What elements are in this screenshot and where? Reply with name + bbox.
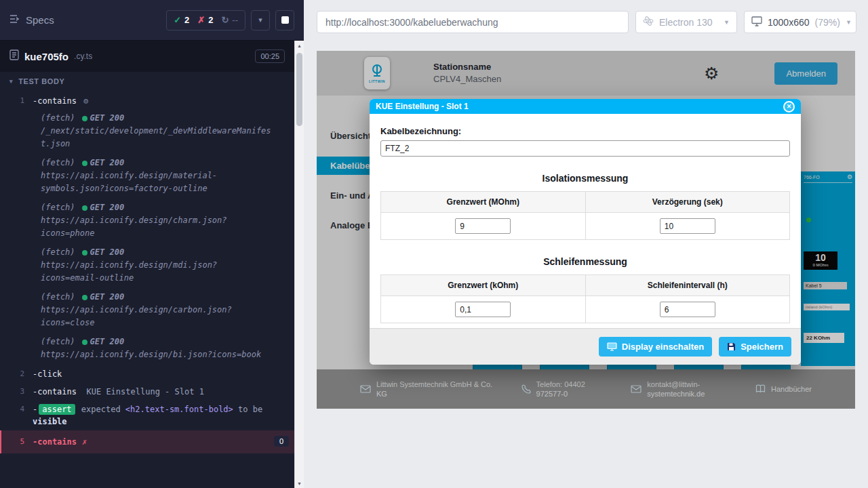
network-log-entry[interactable]: (fetch)GET 200 https://api.iconify.desig… bbox=[0, 244, 294, 289]
fetch-label: (fetch) bbox=[41, 201, 75, 214]
table-cell bbox=[585, 296, 790, 323]
isolation-section-title: Isolationsmessung bbox=[380, 173, 790, 184]
chevron-down-icon: ▾ bbox=[258, 16, 262, 24]
scroll-down-arrow[interactable]: ▼ bbox=[295, 479, 304, 488]
gear-icon: ⚙ bbox=[83, 96, 88, 106]
browser-label: Electron 130 bbox=[659, 17, 713, 28]
network-log-entry[interactable]: (fetch)GET 200 https://api.iconify.desig… bbox=[0, 333, 294, 365]
specs-toggle[interactable]: Specs bbox=[9, 14, 54, 26]
table-cell bbox=[381, 296, 586, 323]
scrollbar[interactable]: ▲ ▼ bbox=[294, 41, 304, 488]
spec-header[interactable]: kue705fo .cy.ts 00:25 bbox=[0, 41, 294, 72]
command-number: 4 bbox=[0, 403, 33, 415]
status-dot-icon bbox=[82, 116, 87, 121]
fetch-label: (fetch) bbox=[41, 336, 75, 348]
status-dot-icon bbox=[82, 250, 87, 256]
command-message: KUE Einstellung - Slot 1 bbox=[86, 387, 203, 396]
spec-name: kue705fo bbox=[24, 51, 68, 62]
browser-selector[interactable]: Electron 130 ▼ bbox=[635, 11, 737, 33]
check-icon: ✓ bbox=[174, 15, 181, 25]
modal-body: Kabelbezeichnung: Isolationsmessung Gren… bbox=[370, 114, 801, 328]
fetch-status: GET 200 bbox=[90, 291, 125, 304]
fetch-status: GET 200 bbox=[90, 157, 125, 169]
command-number: 1 bbox=[0, 95, 33, 107]
loop-grenzwert-input[interactable] bbox=[455, 302, 511, 317]
fetch-status: GET 200 bbox=[90, 112, 125, 125]
command-name: -contains bbox=[33, 96, 77, 106]
command-number: 2 bbox=[0, 368, 33, 380]
scroll-up-arrow[interactable]: ▲ bbox=[295, 41, 304, 50]
reporter: kue705fo .cy.ts 00:25 ▾ TEST BODY 1 -con… bbox=[0, 41, 294, 488]
isolation-table: Grenzwert (MOhm) Verzögerung (sek) bbox=[380, 191, 790, 240]
assert-badge: assert bbox=[39, 404, 75, 415]
runner-topbar: Specs ✓2 ✗2 ↻-- ▾ bbox=[0, 0, 304, 41]
url-input[interactable] bbox=[317, 11, 629, 33]
chevron-down-icon: ▼ bbox=[846, 19, 852, 26]
stat-pending: ↻-- bbox=[221, 15, 238, 25]
modal-titlebar: KUE Einstellung - Slot 1 ✕ bbox=[370, 99, 801, 114]
collapse-button[interactable]: ▾ bbox=[251, 10, 270, 30]
command-row[interactable]: 1 -contains⚙ bbox=[0, 92, 294, 110]
cable-name-input[interactable] bbox=[380, 140, 790, 157]
isolation-verzoegerung-input[interactable] bbox=[660, 218, 715, 234]
status-dot-icon bbox=[82, 205, 87, 211]
fetch-url: https://api.iconify.design/material-symb… bbox=[41, 169, 275, 195]
scrollbar-track[interactable] bbox=[295, 50, 304, 479]
stop-button[interactable] bbox=[275, 10, 294, 30]
fail-x-icon: ✗ bbox=[82, 437, 87, 447]
modal-title: KUE Einstellung - Slot 1 bbox=[376, 102, 469, 111]
kue-settings-modal: KUE Einstellung - Slot 1 ✕ Kabelbezeichn… bbox=[370, 99, 801, 365]
command-row-assert[interactable]: 4 -assert expected <h2.text-sm.font-bold… bbox=[0, 401, 294, 430]
electron-icon bbox=[643, 16, 654, 28]
command-number: 5 bbox=[1, 436, 33, 448]
spec-file-icon bbox=[9, 49, 19, 63]
command-row[interactable]: 2 -click bbox=[0, 365, 294, 383]
network-log-entry[interactable]: (fetch)GET 200 https://api.iconify.desig… bbox=[0, 199, 294, 244]
cable-name-label: Kabelbezeichnung: bbox=[380, 126, 790, 136]
loop-col-intervall: Schleifenintervall (h) bbox=[585, 275, 790, 296]
test-stats: ✓2 ✗2 ↻-- bbox=[166, 10, 245, 30]
status-dot-icon bbox=[82, 295, 87, 300]
floppy-disk-icon bbox=[727, 342, 736, 351]
fetch-status: GET 200 bbox=[90, 336, 125, 348]
table-cell bbox=[381, 213, 586, 240]
command-number: 3 bbox=[0, 386, 33, 398]
stat-failed: ✗2 bbox=[197, 15, 213, 25]
scrollbar-thumb[interactable] bbox=[296, 53, 302, 126]
screen: Specs ✓2 ✗2 ↻-- ▾ kue705fo .cy.t bbox=[0, 0, 868, 488]
fetch-url: https://api.iconify.design/mdi.json?icon… bbox=[41, 259, 275, 285]
command-name: -contains bbox=[33, 437, 77, 447]
fetch-label: (fetch) bbox=[41, 291, 75, 304]
aut-toolbar: Electron 130 ▼ 1000x660 (79%) ▼ bbox=[317, 11, 856, 33]
log-count-badge: 0 bbox=[274, 436, 289, 447]
viewport-size: 1000x660 bbox=[768, 17, 810, 28]
assert-state: visible bbox=[33, 417, 67, 426]
assert-expected: expected bbox=[81, 405, 121, 414]
viewport-scale: (79%) bbox=[815, 17, 840, 28]
network-log-entry[interactable]: (fetch)GET 200 https://api.iconify.desig… bbox=[0, 289, 294, 333]
isolation-grenzwert-input[interactable] bbox=[455, 218, 511, 234]
test-body-section[interactable]: ▾ TEST BODY bbox=[0, 72, 294, 91]
table-cell bbox=[585, 213, 790, 240]
loop-section-title: Schleifenmessung bbox=[380, 256, 790, 267]
display-on-button[interactable]: Display einschalten bbox=[599, 337, 712, 357]
display-button-label: Display einschalten bbox=[622, 342, 704, 352]
network-log-entry[interactable]: (fetch)GET 200 https://api.iconify.desig… bbox=[0, 155, 294, 199]
spec-extension: .cy.ts bbox=[74, 52, 92, 61]
command-row-failed[interactable]: 5 -contains✗ 0 bbox=[0, 430, 294, 453]
stop-icon bbox=[281, 16, 289, 24]
specs-label: Specs bbox=[26, 14, 54, 26]
save-button[interactable]: Speichern bbox=[719, 337, 791, 357]
network-log-entry[interactable]: (fetch)GET 200 /_next/static/development… bbox=[0, 110, 294, 155]
runner-controls: ✓2 ✗2 ↻-- ▾ bbox=[166, 10, 294, 30]
section-label: TEST BODY bbox=[18, 77, 64, 85]
fetch-label: (fetch) bbox=[41, 246, 75, 259]
close-icon[interactable]: ✕ bbox=[783, 101, 795, 113]
assert-mid: to be bbox=[238, 405, 262, 414]
loop-intervall-input[interactable] bbox=[660, 302, 715, 317]
monitor-icon bbox=[751, 16, 762, 28]
viewport-selector[interactable]: 1000x660 (79%) ▼ bbox=[744, 11, 856, 33]
fetch-url: /_next/static/development/_devMiddleware… bbox=[41, 125, 275, 150]
command-row[interactable]: 3 -contains KUE Einstellung - Slot 1 bbox=[0, 383, 294, 401]
isolation-col-grenzwert: Grenzwert (MOhm) bbox=[381, 192, 586, 213]
